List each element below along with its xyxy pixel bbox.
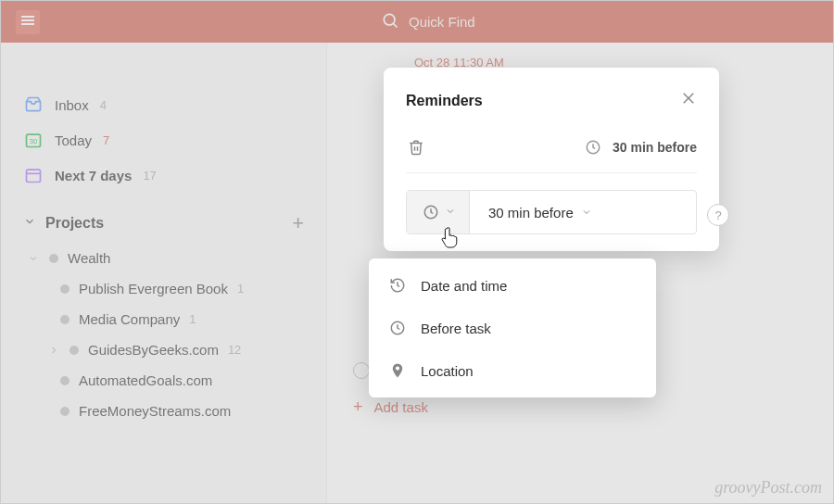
- project-bullet-icon: [60, 376, 70, 385]
- menu-icon[interactable]: [16, 10, 40, 34]
- help-icon[interactable]: ?: [707, 204, 729, 226]
- project-count: 12: [228, 343, 241, 357]
- chevron-down-icon: [581, 205, 592, 220]
- close-icon[interactable]: [680, 90, 697, 111]
- plus-icon: +: [353, 397, 363, 417]
- add-project-button[interactable]: +: [292, 211, 304, 235]
- project-name: Media Company: [79, 311, 180, 327]
- nav-count: 7: [103, 133, 109, 147]
- project-wealth[interactable]: Wealth: [1, 243, 326, 273]
- project-count: 1: [237, 282, 244, 296]
- dropdown-item-location[interactable]: Location: [369, 349, 656, 392]
- reminder-type-button[interactable]: [407, 191, 470, 233]
- nav-next7days[interactable]: Next 7 days 17: [1, 158, 326, 193]
- search-placeholder: Quick Find: [409, 14, 475, 30]
- clock-icon: [421, 202, 441, 222]
- svg-line-1: [394, 23, 398, 27]
- calendar-week-icon: [23, 165, 44, 185]
- project-name: Publish Evergreen Book: [79, 281, 228, 296]
- project-guidesbygeeks[interactable]: GuidesByGeeks.com 12: [1, 334, 326, 365]
- clock-icon: [583, 137, 603, 158]
- project-bullet-icon: [60, 407, 70, 416]
- dropdown-item-date-time[interactable]: Date and time: [369, 264, 656, 307]
- project-publish-evergreen[interactable]: Publish Evergreen Book 1: [1, 273, 326, 304]
- project-name: AutomatedGoals.com: [79, 372, 212, 388]
- chevron-right-icon: [47, 345, 60, 356]
- dropdown-item-before-task[interactable]: Before task: [369, 307, 656, 349]
- project-name: FreeMoneyStreams.com: [79, 403, 231, 419]
- project-automatedgoals[interactable]: AutomatedGoals.com: [1, 365, 326, 396]
- reminder-input-value: 30 min before: [488, 205, 574, 220]
- project-bullet-icon: [49, 254, 58, 263]
- nav-inbox[interactable]: Inbox 4: [1, 87, 326, 122]
- project-media-company[interactable]: Media Company 1: [1, 304, 326, 334]
- nav-label: Next 7 days: [55, 168, 132, 183]
- project-bullet-icon: [60, 315, 70, 324]
- reminders-modal: Reminders 30 min before 30 min before: [384, 68, 719, 251]
- dropdown-label: Location: [421, 363, 474, 379]
- dropdown-label: Before task: [421, 321, 491, 336]
- chevron-down-icon: [23, 215, 36, 232]
- add-task-label: Add task: [374, 399, 428, 415]
- nav-today[interactable]: 30 Today 7: [1, 122, 326, 158]
- project-name: GuidesByGeeks.com: [88, 342, 219, 358]
- svg-text:30: 30: [30, 137, 37, 145]
- reminder-value-select[interactable]: 30 min before: [470, 205, 696, 220]
- chevron-down-icon: [27, 253, 40, 264]
- app-header: Quick Find: [1, 1, 833, 43]
- nav-count: 17: [143, 169, 156, 183]
- task-date-time: Oct 28 11:30 AM: [327, 44, 833, 69]
- history-icon: [387, 275, 408, 296]
- sidebar: Inbox 4 30 Today 7 Next 7 days 17 Projec…: [1, 43, 327, 503]
- projects-header[interactable]: Projects +: [1, 193, 326, 243]
- location-pin-icon: [387, 360, 408, 381]
- task-checkbox[interactable]: [353, 362, 370, 379]
- calendar-today-icon: 30: [23, 130, 44, 150]
- search-field[interactable]: Quick Find: [381, 11, 475, 33]
- chevron-down-icon: [445, 204, 456, 220]
- reminder-type-dropdown: Date and time Before task Location: [369, 258, 656, 397]
- modal-title: Reminders: [406, 93, 483, 109]
- svg-rect-4: [27, 170, 41, 182]
- existing-reminder-row: 30 min before: [406, 133, 697, 173]
- svg-point-0: [384, 14, 395, 25]
- nav-label: Today: [55, 132, 92, 148]
- trash-icon[interactable]: [406, 137, 426, 158]
- project-bullet-icon: [70, 346, 79, 355]
- search-icon: [381, 11, 399, 33]
- section-title: Projects: [45, 215, 283, 232]
- project-name: Wealth: [68, 250, 110, 266]
- project-freemoneystreams[interactable]: FreeMoneyStreams.com: [1, 396, 326, 426]
- reminder-input-row: 30 min before ?: [406, 190, 697, 234]
- project-bullet-icon: [60, 284, 70, 294]
- existing-reminder-value: 30 min before: [613, 140, 697, 155]
- dropdown-label: Date and time: [421, 278, 507, 294]
- watermark: groovyPost.com: [714, 478, 822, 498]
- inbox-icon: [23, 94, 44, 115]
- nav-label: Inbox: [55, 97, 89, 113]
- clock-icon: [387, 318, 408, 338]
- project-count: 1: [189, 312, 196, 326]
- nav-count: 4: [100, 98, 107, 112]
